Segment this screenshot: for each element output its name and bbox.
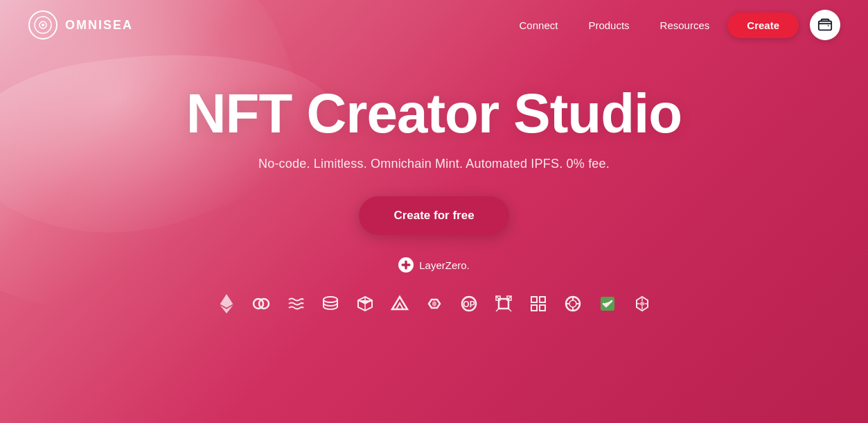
chain-icons-row: OP — [215, 292, 654, 316]
wallet-icon — [817, 17, 833, 33]
chain-icon-layers — [319, 292, 342, 316]
nav-create-button[interactable]: Create — [727, 12, 799, 38]
logo-text: OMNISEA — [65, 18, 133, 33]
chain-icon-ethereum — [215, 292, 238, 316]
svg-rect-17 — [531, 305, 537, 311]
layerzero-label: LayerZero. — [419, 259, 470, 271]
svg-rect-4 — [819, 21, 831, 31]
page-wrapper: OMNISEA Connect Products Resources Creat… — [0, 0, 868, 423]
svg-text:OP: OP — [463, 300, 475, 309]
hero-title: NFT Creator Studio — [186, 85, 682, 143]
navbar: OMNISEA Connect Products Resources Creat… — [0, 0, 868, 50]
svg-rect-6 — [402, 264, 411, 266]
svg-point-20 — [569, 300, 576, 307]
chain-icon-grid — [526, 292, 550, 316]
svg-rect-18 — [540, 305, 545, 311]
chain-icon-polygon — [423, 292, 446, 316]
chain-icon-waves — [284, 292, 308, 316]
layerzero-icon — [398, 257, 414, 273]
svg-point-3 — [42, 24, 44, 26]
chain-icon-box — [353, 292, 377, 316]
nav-connect[interactable]: Connect — [507, 14, 571, 37]
nav-links: Connect Products Resources Create — [507, 10, 840, 40]
svg-point-9 — [324, 297, 337, 302]
svg-rect-16 — [540, 297, 545, 302]
chain-icon-optimism: OP — [457, 292, 481, 316]
nav-resources[interactable]: Resources — [648, 14, 723, 37]
chain-icon-green — [596, 292, 619, 316]
chain-icon-cube — [492, 292, 515, 316]
hero-subtitle: No-code. Limitless. Omnichain Mint. Auto… — [258, 157, 610, 171]
create-for-free-button[interactable]: Create for free — [359, 196, 508, 235]
wallet-button[interactable] — [810, 10, 840, 40]
hero-section: NFT Creator Studio No-code. Limitless. O… — [0, 50, 868, 316]
chain-icon-bsc — [630, 292, 654, 316]
chain-icon-avax — [388, 292, 411, 316]
svg-rect-15 — [531, 297, 537, 302]
nav-products[interactable]: Products — [576, 14, 641, 37]
chain-icon-chainlink — [249, 292, 273, 316]
layerzero-badge: LayerZero. — [398, 257, 470, 273]
chain-icon-arbitrum — [561, 292, 585, 316]
logo-area[interactable]: OMNISEA — [28, 10, 133, 40]
omnisea-logo-icon — [28, 10, 58, 40]
